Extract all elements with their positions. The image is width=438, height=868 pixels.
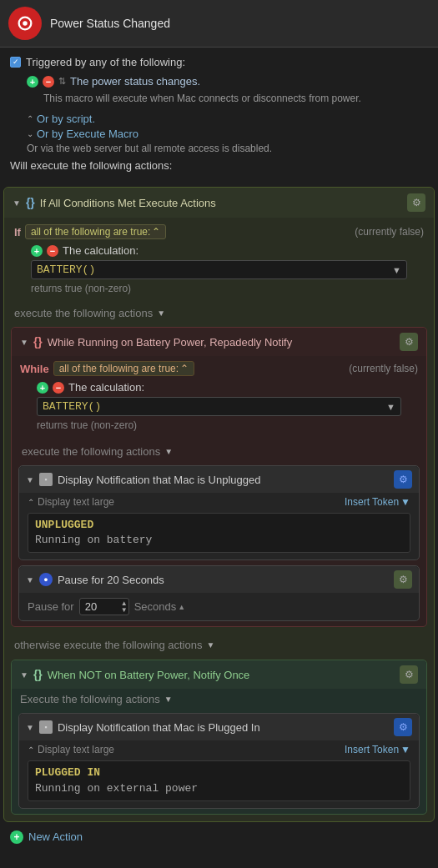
notif-plugged-textbox[interactable]: PLUGGED IN Running on external power — [28, 760, 410, 800]
while-all-true-dropdown[interactable]: all of the following are true: ⌃ — [53, 361, 194, 376]
main-remove-calc-button[interactable]: − — [47, 245, 58, 257]
pause-label: Pause for — [28, 600, 74, 613]
while-curly-icon: {} — [33, 335, 43, 349]
plugged-line2: Running on external power — [35, 781, 403, 796]
while-body: While all of the following are true: ⌃ (… — [12, 356, 426, 441]
notif-unplugged-title: Display Notification that Mac is Unplugg… — [58, 474, 389, 486]
when-block: ▼ {} When NOT on Battery Power, Notify O… — [11, 660, 427, 814]
notif-plugged-gear[interactable]: ⚙ — [394, 718, 412, 736]
notif-unplugged-icon: ▪ — [39, 473, 53, 486]
pause-gear-button[interactable]: ⚙ — [394, 570, 412, 589]
script-arrow: ⌃ — [27, 114, 33, 123]
insert-token-plugged-arrow: ▼ — [400, 744, 410, 755]
while-add-calc-button[interactable]: + — [37, 382, 48, 394]
all-true-label: all of the following are true: — [31, 226, 150, 238]
pause-title: Pause for 20 Seconds — [58, 574, 389, 586]
display-arrows-icon: ⌃ — [28, 498, 34, 507]
notif-unplugged-textbox[interactable]: UNPLUGGED Running on battery — [28, 513, 410, 553]
notif-plugged-title: Display Notification that Mac is Plugged… — [58, 721, 389, 734]
while-block: ▼ {} While Running on Battery Power, Rep… — [11, 327, 427, 627]
pause-seconds-dropdown[interactable]: Seconds ▲ — [134, 600, 186, 613]
reorder-icon: ⇅ — [58, 76, 66, 87]
add-trigger-button[interactable]: + — [27, 76, 38, 88]
trigger-label: Triggered by any of the following: — [26, 56, 185, 68]
when-collapse-arrow[interactable]: ▼ — [20, 670, 28, 680]
macro-arrow: ⌄ — [27, 129, 33, 138]
notif-plugged-display-arrows: ⌃ — [28, 745, 34, 755]
main-returns-text: returns true (non-zero) — [31, 283, 424, 294]
main-add-calc-button[interactable]: + — [31, 245, 43, 257]
when-header: ▼ {} When NOT on Battery Power, Notify O… — [12, 660, 426, 689]
while-calc-dropdown[interactable]: ▼ — [386, 402, 400, 412]
pause-collapse[interactable]: ▼ — [26, 575, 34, 585]
insert-token-arrow: ▼ — [400, 496, 410, 508]
notif-unplugged-collapse[interactable]: ▼ — [26, 475, 34, 484]
while-keyword: While — [20, 363, 49, 375]
while-collapse-arrow[interactable]: ▼ — [20, 338, 28, 347]
main-execute-arrow[interactable]: ▼ — [157, 309, 165, 318]
when-gear-button[interactable]: ⚙ — [400, 665, 418, 684]
new-action-label[interactable]: New Action — [28, 830, 83, 843]
new-action-add-button[interactable]: + — [10, 830, 23, 844]
while-calc-label: The calculation: — [68, 381, 144, 394]
script-link[interactable]: Or by script. — [37, 113, 95, 125]
all-true-dropdown[interactable]: all of the following are true: ⌃ — [25, 224, 166, 239]
pause-icon: ● — [39, 573, 53, 586]
pause-header: ▼ ● Pause for 20 Seconds ⚙ — [19, 566, 419, 593]
main-execute-row: execute the following actions ▼ — [4, 303, 434, 324]
notif-plugged-header: ▼ ▪ Display Notification that Mac is Plu… — [19, 714, 419, 740]
while-remove-calc-button[interactable]: − — [53, 382, 64, 394]
main-calc-dropdown[interactable]: ▼ — [392, 265, 406, 275]
unplugged-line1: UNPLUGGED — [35, 518, 403, 533]
if-gear-button[interactable]: ⚙ — [407, 193, 425, 212]
script-line: ⌃ Or by script. — [27, 113, 428, 125]
when-execute-row: Execute the following actions ▼ — [12, 689, 426, 710]
when-curly-icon: {} — [33, 668, 43, 681]
pause-down-arrow[interactable]: ▼ — [121, 607, 128, 614]
notif-unplugged-gear[interactable]: ⚙ — [394, 470, 412, 489]
while-execute-arrow[interactable]: ▼ — [164, 447, 173, 456]
while-returns-text: returns true (non-zero) — [37, 419, 418, 431]
while-execute-label: execute the following actions — [22, 445, 160, 458]
while-calc-input-wrapper: ▼ — [37, 397, 401, 416]
if-block-body: If all of the following are true: ⌃ (cur… — [4, 218, 434, 303]
pause-seconds-arrow: ▲ — [178, 603, 185, 611]
notif-plugged-collapse[interactable]: ▼ — [26, 723, 34, 732]
remove-trigger-button[interactable]: − — [43, 76, 54, 88]
while-all-true-label: all of the following are true: — [59, 363, 179, 374]
new-action-row: + New Action — [0, 822, 438, 852]
pause-value-input-wrapper: ▲ ▼ — [79, 598, 129, 615]
top-section: Triggered by any of the following: + − ⇅… — [0, 48, 438, 187]
macro-link[interactable]: Or by Execute Macro — [37, 128, 138, 140]
notif-plugged-icon: ▪ — [39, 720, 53, 734]
while-gear-button[interactable]: ⚙ — [400, 333, 418, 351]
notif-unplugged-header: ▼ ▪ Display Notification that Mac is Unp… — [19, 466, 419, 493]
when-execute-arrow[interactable]: ▼ — [164, 695, 173, 704]
while-calc-input[interactable] — [38, 398, 386, 415]
if-curly-icon: {} — [26, 196, 35, 209]
main-calc-input[interactable] — [32, 261, 392, 278]
otherwise-label: otherwise execute the following actions — [14, 639, 202, 651]
if-collapse-arrow[interactable]: ▼ — [13, 198, 21, 208]
display-text-label-unplugged: Display text large — [38, 496, 341, 508]
pause-input-arrows: ▲ ▼ — [121, 600, 128, 614]
unplugged-line2: Running on battery — [35, 533, 403, 548]
main-calc-input-wrapper: ▼ — [31, 260, 407, 279]
when-title: When NOT on Battery Power, Notify Once — [48, 669, 395, 681]
while-title: While Running on Battery Power, Repadedl… — [48, 336, 395, 349]
app-header: Power Status Changed — [0, 0, 438, 48]
otherwise-arrow[interactable]: ▼ — [206, 640, 214, 650]
trigger-checkbox[interactable] — [10, 57, 21, 68]
main-calc-label: The calculation: — [63, 244, 138, 257]
app-icon — [8, 7, 42, 40]
page-title: Power Status Changed — [50, 17, 430, 30]
insert-token-unplugged[interactable]: Insert Token ▼ — [345, 496, 410, 508]
otherwise-row: otherwise execute the following actions … — [4, 634, 434, 656]
pause-block: ▼ ● Pause for 20 Seconds ⚙ Pause for ▲ ▼… — [18, 565, 420, 621]
if-block-header: ▼ {} If All Conditions Met Execute Actio… — [4, 188, 434, 218]
pause-body: Pause for ▲ ▼ Seconds ▲ — [19, 593, 419, 620]
when-execute-label: Execute the following actions — [20, 693, 160, 705]
insert-token-plugged[interactable]: Insert Token ▼ — [345, 744, 410, 755]
info-text: This macro will execute when Mac connect… — [43, 93, 361, 104]
while-all-true-arrow: ⌃ — [180, 363, 189, 374]
